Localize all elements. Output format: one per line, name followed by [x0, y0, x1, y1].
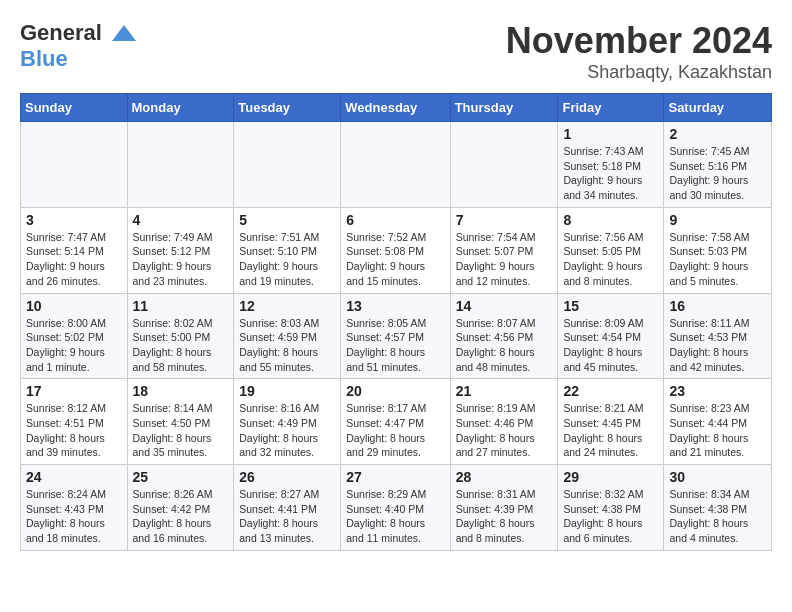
calendar-week-row: 3Sunrise: 7:47 AMSunset: 5:14 PMDaylight… — [21, 207, 772, 293]
calendar-cell: 19Sunrise: 8:16 AMSunset: 4:49 PMDayligh… — [234, 379, 341, 465]
calendar-cell: 20Sunrise: 8:17 AMSunset: 4:47 PMDayligh… — [341, 379, 450, 465]
calendar-cell: 5Sunrise: 7:51 AMSunset: 5:10 PMDaylight… — [234, 207, 341, 293]
day-info: Sunrise: 7:56 AMSunset: 5:05 PMDaylight:… — [563, 230, 658, 289]
calendar-cell: 25Sunrise: 8:26 AMSunset: 4:42 PMDayligh… — [127, 465, 234, 551]
day-info: Sunrise: 8:17 AMSunset: 4:47 PMDaylight:… — [346, 401, 444, 460]
day-number: 17 — [26, 383, 122, 399]
logo-text: General Blue — [20, 20, 140, 73]
day-number: 14 — [456, 298, 553, 314]
header-tuesday: Tuesday — [234, 94, 341, 122]
day-info: Sunrise: 8:24 AMSunset: 4:43 PMDaylight:… — [26, 487, 122, 546]
day-number: 22 — [563, 383, 658, 399]
day-info: Sunrise: 8:31 AMSunset: 4:39 PMDaylight:… — [456, 487, 553, 546]
calendar-cell: 7Sunrise: 7:54 AMSunset: 5:07 PMDaylight… — [450, 207, 558, 293]
logo-icon — [110, 23, 138, 45]
day-number: 25 — [133, 469, 229, 485]
header-sunday: Sunday — [21, 94, 128, 122]
header-friday: Friday — [558, 94, 664, 122]
day-number: 18 — [133, 383, 229, 399]
calendar-cell: 30Sunrise: 8:34 AMSunset: 4:38 PMDayligh… — [664, 465, 772, 551]
day-number: 19 — [239, 383, 335, 399]
day-info: Sunrise: 8:12 AMSunset: 4:51 PMDaylight:… — [26, 401, 122, 460]
day-info: Sunrise: 8:14 AMSunset: 4:50 PMDaylight:… — [133, 401, 229, 460]
day-number: 3 — [26, 212, 122, 228]
day-info: Sunrise: 8:02 AMSunset: 5:00 PMDaylight:… — [133, 316, 229, 375]
day-number: 9 — [669, 212, 766, 228]
day-info: Sunrise: 8:26 AMSunset: 4:42 PMDaylight:… — [133, 487, 229, 546]
day-info: Sunrise: 8:16 AMSunset: 4:49 PMDaylight:… — [239, 401, 335, 460]
day-info: Sunrise: 8:19 AMSunset: 4:46 PMDaylight:… — [456, 401, 553, 460]
day-info: Sunrise: 7:47 AMSunset: 5:14 PMDaylight:… — [26, 230, 122, 289]
calendar-cell — [127, 122, 234, 208]
calendar-cell: 12Sunrise: 8:03 AMSunset: 4:59 PMDayligh… — [234, 293, 341, 379]
day-number: 24 — [26, 469, 122, 485]
day-info: Sunrise: 8:05 AMSunset: 4:57 PMDaylight:… — [346, 316, 444, 375]
calendar-cell: 21Sunrise: 8:19 AMSunset: 4:46 PMDayligh… — [450, 379, 558, 465]
calendar-cell: 24Sunrise: 8:24 AMSunset: 4:43 PMDayligh… — [21, 465, 128, 551]
day-info: Sunrise: 7:52 AMSunset: 5:08 PMDaylight:… — [346, 230, 444, 289]
calendar-cell: 1Sunrise: 7:43 AMSunset: 5:18 PMDaylight… — [558, 122, 664, 208]
calendar-cell: 23Sunrise: 8:23 AMSunset: 4:44 PMDayligh… — [664, 379, 772, 465]
calendar-week-row: 10Sunrise: 8:00 AMSunset: 5:02 PMDayligh… — [21, 293, 772, 379]
calendar-cell: 14Sunrise: 8:07 AMSunset: 4:56 PMDayligh… — [450, 293, 558, 379]
calendar-cell: 13Sunrise: 8:05 AMSunset: 4:57 PMDayligh… — [341, 293, 450, 379]
calendar-cell: 29Sunrise: 8:32 AMSunset: 4:38 PMDayligh… — [558, 465, 664, 551]
day-number: 12 — [239, 298, 335, 314]
calendar-cell: 27Sunrise: 8:29 AMSunset: 4:40 PMDayligh… — [341, 465, 450, 551]
day-info: Sunrise: 8:27 AMSunset: 4:41 PMDaylight:… — [239, 487, 335, 546]
calendar-cell — [450, 122, 558, 208]
calendar-week-row: 1Sunrise: 7:43 AMSunset: 5:18 PMDaylight… — [21, 122, 772, 208]
day-info: Sunrise: 7:49 AMSunset: 5:12 PMDaylight:… — [133, 230, 229, 289]
day-number: 27 — [346, 469, 444, 485]
day-number: 11 — [133, 298, 229, 314]
day-info: Sunrise: 8:23 AMSunset: 4:44 PMDaylight:… — [669, 401, 766, 460]
day-number: 10 — [26, 298, 122, 314]
header-monday: Monday — [127, 94, 234, 122]
logo: General Blue — [20, 20, 140, 73]
day-number: 6 — [346, 212, 444, 228]
day-number: 26 — [239, 469, 335, 485]
day-number: 2 — [669, 126, 766, 142]
calendar-cell: 26Sunrise: 8:27 AMSunset: 4:41 PMDayligh… — [234, 465, 341, 551]
day-info: Sunrise: 8:34 AMSunset: 4:38 PMDaylight:… — [669, 487, 766, 546]
day-number: 23 — [669, 383, 766, 399]
calendar-week-row: 17Sunrise: 8:12 AMSunset: 4:51 PMDayligh… — [21, 379, 772, 465]
header: General Blue November 2024 Sharbaqty, Ka… — [20, 20, 772, 83]
day-info: Sunrise: 8:03 AMSunset: 4:59 PMDaylight:… — [239, 316, 335, 375]
day-info: Sunrise: 7:43 AMSunset: 5:18 PMDaylight:… — [563, 144, 658, 203]
day-info: Sunrise: 7:58 AMSunset: 5:03 PMDaylight:… — [669, 230, 766, 289]
day-number: 21 — [456, 383, 553, 399]
calendar-cell: 2Sunrise: 7:45 AMSunset: 5:16 PMDaylight… — [664, 122, 772, 208]
day-info: Sunrise: 8:29 AMSunset: 4:40 PMDaylight:… — [346, 487, 444, 546]
day-info: Sunrise: 7:45 AMSunset: 5:16 PMDaylight:… — [669, 144, 766, 203]
calendar-cell: 15Sunrise: 8:09 AMSunset: 4:54 PMDayligh… — [558, 293, 664, 379]
calendar-cell — [341, 122, 450, 208]
day-info: Sunrise: 8:00 AMSunset: 5:02 PMDaylight:… — [26, 316, 122, 375]
day-info: Sunrise: 8:07 AMSunset: 4:56 PMDaylight:… — [456, 316, 553, 375]
day-info: Sunrise: 8:21 AMSunset: 4:45 PMDaylight:… — [563, 401, 658, 460]
month-title: November 2024 — [506, 20, 772, 62]
calendar-cell: 9Sunrise: 7:58 AMSunset: 5:03 PMDaylight… — [664, 207, 772, 293]
calendar-cell: 6Sunrise: 7:52 AMSunset: 5:08 PMDaylight… — [341, 207, 450, 293]
location-title: Sharbaqty, Kazakhstan — [506, 62, 772, 83]
day-number: 20 — [346, 383, 444, 399]
day-info: Sunrise: 7:54 AMSunset: 5:07 PMDaylight:… — [456, 230, 553, 289]
day-info: Sunrise: 7:51 AMSunset: 5:10 PMDaylight:… — [239, 230, 335, 289]
day-info: Sunrise: 8:11 AMSunset: 4:53 PMDaylight:… — [669, 316, 766, 375]
title-block: November 2024 Sharbaqty, Kazakhstan — [506, 20, 772, 83]
calendar-cell: 17Sunrise: 8:12 AMSunset: 4:51 PMDayligh… — [21, 379, 128, 465]
calendar-cell: 18Sunrise: 8:14 AMSunset: 4:50 PMDayligh… — [127, 379, 234, 465]
day-number: 28 — [456, 469, 553, 485]
day-number: 8 — [563, 212, 658, 228]
calendar-cell: 16Sunrise: 8:11 AMSunset: 4:53 PMDayligh… — [664, 293, 772, 379]
day-number: 30 — [669, 469, 766, 485]
day-info: Sunrise: 8:09 AMSunset: 4:54 PMDaylight:… — [563, 316, 658, 375]
page: General Blue November 2024 Sharbaqty, Ka… — [0, 0, 792, 571]
weekday-header-row: Sunday Monday Tuesday Wednesday Thursday… — [21, 94, 772, 122]
calendar-week-row: 24Sunrise: 8:24 AMSunset: 4:43 PMDayligh… — [21, 465, 772, 551]
day-number: 29 — [563, 469, 658, 485]
day-info: Sunrise: 8:32 AMSunset: 4:38 PMDaylight:… — [563, 487, 658, 546]
day-number: 13 — [346, 298, 444, 314]
day-number: 16 — [669, 298, 766, 314]
calendar-cell: 11Sunrise: 8:02 AMSunset: 5:00 PMDayligh… — [127, 293, 234, 379]
